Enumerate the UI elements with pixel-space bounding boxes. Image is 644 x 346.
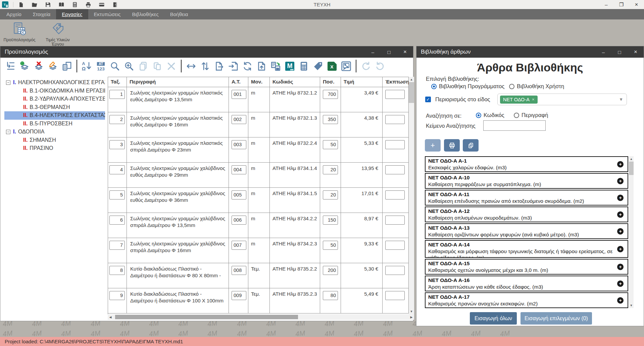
library-article-item[interactable]: ΝΕΤ ΟΔΟ-Α Α-12Καθαίρεση οπλισμένων σκυρο…	[425, 207, 628, 222]
discount-value-box[interactable]	[385, 291, 405, 300]
cell-price[interactable]: 5,30 €	[341, 263, 383, 288]
ribbon-button-material-prices[interactable]: €Τιμές Υλικών Έργου	[42, 21, 74, 46]
add-article-icon[interactable]: +	[617, 280, 624, 287]
tree-item[interactable]: ΙΙ.Β.3-ΘΕΡΜΑΝΣΗ	[4, 103, 105, 112]
at-value-box[interactable]: 007	[232, 241, 246, 250]
quantity-value-box[interactable]: 20	[323, 165, 338, 174]
print-button[interactable]	[444, 139, 460, 152]
chevron-down-icon[interactable]: ▼	[619, 97, 623, 102]
scroll-left-icon[interactable]: ◀	[108, 315, 113, 319]
at-value-box[interactable]: 005	[232, 190, 246, 199]
refresh-icon[interactable]	[241, 59, 254, 73]
library-window-titlebar[interactable]: Βιβλιοθήκη άρθρων – □ ×	[416, 46, 644, 58]
backup-save-icon[interactable]	[269, 59, 282, 73]
exit-door-icon[interactable]	[112, 2, 118, 8]
excel-export-icon[interactable]: x	[326, 59, 338, 73]
cell-price[interactable]: 17,01 €	[341, 188, 383, 213]
quantity-value-box[interactable]: 50	[323, 140, 338, 149]
add-article-button[interactable]: +	[425, 139, 441, 152]
save-icon[interactable]	[45, 2, 51, 8]
edit-article-icon[interactable]	[47, 59, 59, 73]
cell-description[interactable]: Σωλήνας ηλεκτρικών γραμμών πλαστικός ευθ…	[127, 87, 229, 112]
cell-description[interactable]: Σωλήνας ηλεκτρικών γραμμών πλαστικός ευθ…	[127, 112, 229, 137]
library-close-icon[interactable]: ×	[628, 46, 644, 58]
library-article-item[interactable]: ΝΕΤ ΟΔΟ-Α Α-1Εκσκαφές χαλαρών εδαφών. (m…	[425, 156, 628, 172]
add-article-icon[interactable]: +	[617, 211, 624, 218]
move-vertical-icon[interactable]	[199, 59, 211, 73]
tree-item[interactable]: −Ι.ΟΔΟΠΟΙΙΑ	[4, 128, 105, 136]
quantity-value-box[interactable]: 700	[323, 90, 338, 99]
radio-search-code[interactable]: Κωδικός	[476, 112, 504, 118]
budget-minimize-icon[interactable]: –	[365, 46, 381, 58]
cell-price[interactable]: 5,33 €	[341, 137, 383, 163]
insert-selected-button[interactable]: Εισαγωγή επιλεγμένων (0)	[521, 312, 592, 325]
discount-value-box[interactable]	[385, 266, 405, 275]
add-article-icon[interactable]: +	[617, 297, 624, 303]
card-icon[interactable]	[99, 2, 105, 8]
add-article-icon[interactable]: +	[617, 246, 624, 252]
at-value-box[interactable]: 004	[232, 165, 246, 174]
budget-window-titlebar[interactable]: Προϋπολογισμός – □ ×	[0, 46, 413, 58]
cell-price[interactable]: 4,38 €	[341, 112, 383, 137]
search-icon[interactable]	[109, 59, 121, 73]
discount-value-box[interactable]	[385, 115, 405, 124]
discount-dialog-icon[interactable]	[340, 59, 352, 73]
at-value-box[interactable]: 009	[232, 291, 246, 300]
discount-value-box[interactable]	[385, 90, 405, 99]
radio-library-program[interactable]: Βιβλιοθήκη Προγράμματος	[431, 83, 504, 90]
copy-button[interactable]	[463, 139, 479, 152]
tax-value-box[interactable]: 6	[109, 216, 125, 225]
analysis-calc-icon[interactable]	[61, 59, 73, 73]
quantity-value-box[interactable]: 50	[323, 241, 338, 250]
discount-value-box[interactable]	[385, 165, 405, 174]
cell-description[interactable]: Σωλήνας ηλεκτρικών γραμμών χαλύβδινος σπ…	[127, 213, 229, 238]
tree-item[interactable]: −Ι.ΗΛΕΚΤΡΟΜΗΧΑΝΟΛΟΓΙΚΕΣ ΕΡΓΑΣΙΕΣ	[4, 78, 105, 87]
tree-item[interactable]: ΙΙ.Β.2-ΥΔΡΑΥΛΙΚΑ-ΑΠΟΧΕΤΕΥΣΕΙΣ	[4, 95, 105, 103]
cell-unit[interactable]: m	[248, 112, 270, 137]
type-filter-dropdown[interactable]: ΝΕΤ ΟΔΟ-Α × ▼	[497, 94, 627, 105]
scroll-down-icon[interactable]: ▼	[409, 309, 414, 314]
cell-price[interactable]: 13,95 €	[341, 163, 383, 188]
cell-unit[interactable]: Τεμ.	[248, 288, 270, 313]
word-export-icon[interactable]: M	[284, 59, 296, 73]
add-article-icon[interactable]: +	[617, 194, 624, 201]
library-minimize-icon[interactable]: –	[595, 46, 611, 58]
menu-item-vivliothikes[interactable]: Βιβλιοθήκες	[127, 9, 164, 19]
ribbon-button-budget[interactable]: €Προϋπολογισμός	[3, 21, 36, 46]
add-article-icon[interactable]	[18, 59, 31, 73]
cell-description[interactable]: Σωλήνας ηλεκτρικών γραμμών πλαστικός σπι…	[127, 137, 229, 163]
at-value-box[interactable]: 002	[232, 115, 246, 124]
budget-close-icon[interactable]: ×	[397, 46, 413, 58]
library-article-item[interactable]: ΝΕΤ ΟΔΟ-Α Α-15Καθαρισμός οχετών ανοίγματ…	[425, 259, 628, 275]
column-header[interactable]: Ταξ.	[108, 77, 127, 87]
printer-icon[interactable]	[85, 2, 91, 8]
discount-value-box[interactable]	[385, 140, 405, 149]
cell-code[interactable]: ΑΤΗΕ Ηλμ 8732.1.2	[270, 87, 320, 112]
search-input[interactable]	[483, 120, 546, 131]
radio-checked-icon[interactable]	[476, 113, 481, 118]
cell-description[interactable]: Κυτίο διακλαδώσεως Πλαστικό - Διαμέτρου …	[127, 288, 229, 313]
expand-horizontal-icon[interactable]	[185, 59, 197, 73]
budget-maximize-icon[interactable]: □	[381, 46, 397, 58]
scroll-down-icon[interactable]: ▼	[629, 303, 634, 308]
add-article-icon[interactable]: +	[617, 228, 624, 234]
radio-unchecked-icon[interactable]	[509, 84, 514, 89]
tag-icon[interactable]	[312, 59, 324, 73]
app-close-icon[interactable]: ×	[629, 0, 644, 9]
scroll-up-icon[interactable]: ▲	[629, 156, 634, 162]
tax-value-box[interactable]: 3	[109, 140, 125, 149]
quantity-value-box[interactable]: 200	[323, 266, 338, 275]
export-file-icon[interactable]	[213, 59, 226, 73]
add-article-icon[interactable]: +	[617, 178, 624, 184]
cell-description[interactable]: Σωλήνας ηλεκτρικών γραμμών χαλύβδινος ευ…	[127, 188, 229, 213]
renumber-at-icon[interactable]: AT123	[95, 59, 107, 73]
cell-price[interactable]: 9,33 €	[341, 238, 383, 263]
new-file-icon[interactable]	[18, 2, 24, 8]
library-article-item[interactable]: ΝΕΤ ΟΔΟ-Α Α-16Άρση καταπτώσεων για κάθε …	[425, 276, 628, 291]
tax-value-box[interactable]: 7	[109, 241, 125, 250]
tax-value-box[interactable]: 8	[109, 266, 125, 275]
add-article-icon[interactable]: +	[617, 161, 624, 167]
menu-item-ergasies[interactable]: Εργασίες	[56, 9, 88, 19]
quantity-value-box[interactable]: 150	[323, 216, 338, 225]
at-value-box[interactable]: 003	[232, 140, 246, 149]
